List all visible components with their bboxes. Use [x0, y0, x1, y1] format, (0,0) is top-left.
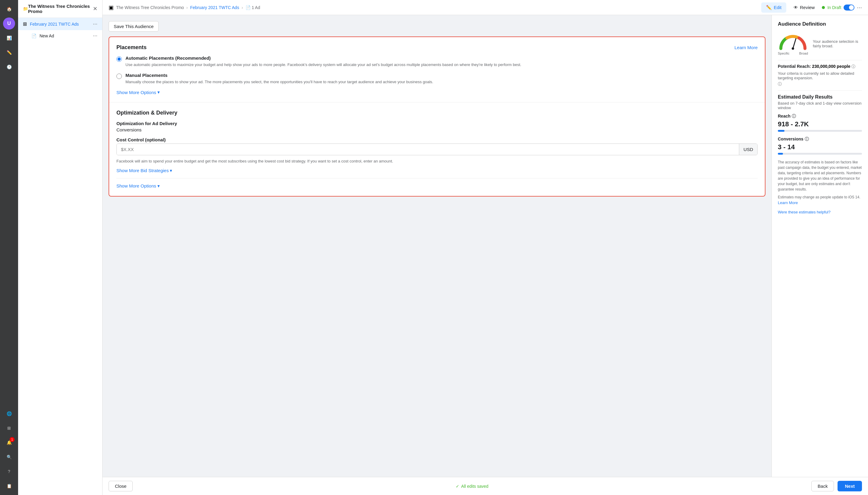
automatic-placement-radio[interactable]	[116, 56, 122, 62]
breadcrumb-sep-2: ›	[241, 5, 243, 10]
content-area: Save This Audience Placements Learn More…	[102, 15, 868, 477]
ios-note: Estimates may change as people update to…	[778, 194, 862, 206]
conversions-value: 3 - 14	[778, 143, 862, 151]
bookmark-icon[interactable]: 📋	[3, 480, 15, 492]
cost-control-input[interactable]	[117, 144, 739, 155]
bell-icon[interactable]: 🔔 1	[3, 437, 15, 448]
chevron-down-icon-2: ▾	[170, 168, 172, 173]
ad-label: New Ad	[39, 33, 54, 38]
folder-icon: 📁	[23, 6, 28, 11]
edit-icon[interactable]: ✏️	[3, 47, 15, 58]
status-text: In Draft	[827, 5, 841, 10]
edit-button[interactable]: ✏️ Edit	[761, 2, 786, 13]
nav-buttons: Back Next	[811, 481, 862, 491]
conversions-label: Conversions ⓘ	[778, 137, 862, 142]
adset-label: February 2021 TWTC Ads	[30, 22, 90, 27]
info-icon-1: ⓘ	[851, 64, 855, 69]
ad-icon: 📄	[31, 33, 36, 38]
question-icon[interactable]: ?	[3, 465, 15, 478]
manual-placement-radio[interactable]	[116, 73, 122, 79]
sidebar: 📁 The Witness Tree Chronicles Promo ✕ ⊞ …	[18, 0, 102, 495]
gauge-specific-label: Specific	[778, 52, 789, 55]
accuracy-note: The accuracy of estimates is based on fa…	[778, 159, 862, 192]
show-more-options-2-button[interactable]: Show More Options ▾	[116, 183, 757, 189]
gauge-labels: Specific Broad	[778, 52, 808, 55]
divider-1	[778, 60, 862, 60]
gauge-description: Your audience selection is fairly broad.	[813, 39, 862, 48]
status-toggle[interactable]	[844, 4, 854, 11]
status-dot	[822, 6, 825, 9]
breadcrumb-adset[interactable]: February 2021 TWTC Ads	[190, 5, 239, 10]
estimated-daily-desc: Based on 7-day click and 1-day view conv…	[778, 101, 862, 110]
placements-learn-more[interactable]: Learn More	[734, 45, 757, 50]
sidebar-item-adset[interactable]: ⊞ February 2021 TWTC Ads ···	[18, 18, 102, 30]
svg-point-1	[792, 47, 794, 50]
estimated-daily-title: Estimated Daily Results	[778, 95, 862, 100]
globe-icon[interactable]: 🌐	[3, 408, 15, 420]
panel-toggle-button[interactable]: ▣	[108, 4, 114, 11]
main-content: ▣ The Witness Tree Chronicles Promo › Fe…	[102, 0, 868, 495]
gauge-wrap: Specific Broad Your audience selection i…	[778, 32, 862, 55]
automatic-placement-content: Automatic Placements (Recommended) Use a…	[126, 55, 521, 68]
review-button[interactable]: 👁 Review	[789, 2, 819, 12]
chevron-down-icon-1: ▾	[157, 89, 160, 95]
cost-desc: Facebook will aim to spend your entire b…	[116, 158, 757, 164]
saved-label: All edits saved	[461, 484, 488, 489]
divider-2	[778, 90, 862, 91]
home-icon[interactable]: 🏠	[3, 3, 15, 15]
show-more-bid-strategies-button[interactable]: Show More Bid Strategies ▾	[116, 168, 757, 173]
reach-label: Reach ⓘ	[778, 114, 862, 119]
back-button[interactable]: Back	[811, 481, 834, 491]
reach-info-icon: ⓘ	[792, 114, 796, 118]
icon-bar: 🏠 U 📊 ✏️ 🕐 🌐 ⊞ 🔔 1 🔍 ? 📋	[0, 0, 18, 495]
chart-icon[interactable]: 📊	[3, 32, 15, 44]
show-more-options-1-button[interactable]: Show More Options ▾	[116, 89, 757, 95]
adset-more-button[interactable]: ···	[93, 21, 97, 27]
placements-section: Placements Learn More Automatic Placemen…	[109, 37, 765, 102]
automatic-placement-title: Automatic Placements (Recommended)	[126, 55, 521, 61]
audience-definition-title: Audience Definition	[778, 21, 862, 27]
top-bar: ▣ The Witness Tree Chronicles Promo › Fe…	[102, 0, 868, 15]
gauge-broad-label: Broad	[799, 52, 808, 55]
conversions-info-icon: ⓘ	[805, 137, 809, 141]
breadcrumb-ad[interactable]: 📄 1 Ad	[246, 5, 260, 10]
sidebar-close-button[interactable]: ✕	[93, 5, 97, 12]
clock-icon[interactable]: 🕐	[3, 61, 15, 73]
more-options-icon[interactable]: ···	[857, 4, 862, 11]
next-button[interactable]: Next	[837, 481, 862, 491]
manual-placement-desc: Manually choose the places to show your …	[126, 79, 433, 85]
ad-more-button[interactable]: ···	[93, 33, 97, 39]
manual-placement-content: Manual Placements Manually choose the pl…	[126, 73, 433, 85]
avatar[interactable]: U	[3, 17, 15, 30]
cost-control-input-wrap: USD	[116, 143, 757, 155]
automatic-placement-option: Automatic Placements (Recommended) Use a…	[116, 55, 757, 68]
conversions-bar-wrap	[778, 153, 862, 155]
bottom-bar: Close ✓ All edits saved Back Next	[102, 477, 868, 495]
adset-icon: ⊞	[23, 21, 27, 27]
potential-reach-wrap: Potential Reach: 230,000,000 people ⓘ Yo…	[778, 64, 862, 87]
potential-reach-label: Potential Reach:	[778, 64, 811, 69]
chevron-down-icon-3: ▾	[157, 183, 160, 189]
manual-placement-title: Manual Placements	[126, 73, 433, 78]
close-button[interactable]: Close	[108, 481, 133, 491]
conversions-bar	[778, 153, 783, 155]
action-bar: Save This Audience	[108, 21, 766, 32]
sidebar-header: 📁 The Witness Tree Chronicles Promo ✕	[18, 0, 102, 18]
table-icon[interactable]: ⊞	[3, 422, 15, 434]
main-card: Placements Learn More Automatic Placemen…	[108, 36, 766, 197]
manual-placement-option: Manual Placements Manually choose the pl…	[116, 73, 757, 85]
divider	[116, 178, 757, 178]
cost-control-label: Cost Control (optional)	[116, 137, 757, 142]
optimization-header: Optimization & Delivery	[116, 110, 757, 116]
right-panel: Audience Definition	[771, 15, 868, 477]
breadcrumb-campaign[interactable]: The Witness Tree Chronicles Promo	[116, 5, 184, 10]
breadcrumb: The Witness Tree Chronicles Promo › Febr…	[116, 5, 260, 10]
ios-learn-more-link[interactable]: Learn More	[778, 201, 798, 205]
reach-bar	[778, 130, 784, 132]
review-eye-icon: 👁	[794, 5, 798, 10]
search-icon[interactable]: 🔍	[3, 451, 15, 463]
sidebar-item-ad[interactable]: 📄 New Ad ···	[18, 30, 102, 41]
breadcrumb-sep-1: ›	[186, 5, 188, 10]
estimates-helpful-link[interactable]: Were these estimates helpful?	[778, 210, 831, 214]
save-audience-button[interactable]: Save This Audience	[108, 21, 158, 32]
